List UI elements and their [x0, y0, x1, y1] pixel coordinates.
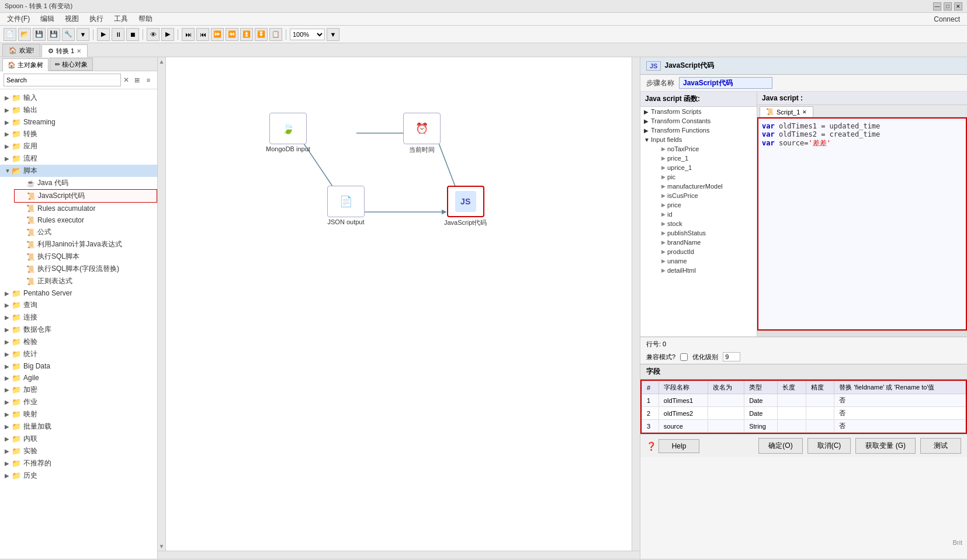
cancel-button[interactable]: 取消(C): [807, 438, 851, 454]
tree-item-task[interactable]: ▶ 📁 作业: [0, 396, 157, 408]
field-productid[interactable]: ▶ productId: [647, 247, 757, 256]
canvas-scroll-y[interactable]: [632, 57, 640, 551]
minimize-button[interactable]: —: [933, 2, 941, 11]
toolbar-open-btn[interactable]: 📂: [18, 28, 31, 41]
toolbar-step2-btn[interactable]: ⏮: [196, 28, 209, 41]
tab-transform-close[interactable]: ✕: [77, 48, 81, 54]
field-price[interactable]: ▶ price: [647, 200, 757, 210]
toolbar-save-btn[interactable]: 💾: [33, 28, 46, 41]
toolbar-pause-btn[interactable]: ⏸: [112, 28, 124, 41]
canvas-scroll-x[interactable]: [158, 551, 640, 559]
tree-item-java-code[interactable]: ☕ Java 代码: [14, 177, 157, 189]
field-iscusprice[interactable]: ▶ isCusPrice: [647, 191, 757, 200]
tree-item-sql-exec2[interactable]: 📜 执行SQL脚本(字段流替换): [14, 263, 157, 275]
step-name-input[interactable]: [679, 77, 772, 89]
tree-item-workflow[interactable]: ▶ 📁 流程: [0, 152, 157, 165]
toolbar-step5-btn[interactable]: ⏫: [240, 28, 253, 41]
left-tab-main[interactable]: 🏠 主对象树: [2, 58, 48, 71]
toolbar-step6-btn[interactable]: ⏬: [255, 28, 268, 41]
toolbar-step7-btn[interactable]: 📋: [269, 28, 282, 41]
tree-item-history[interactable]: ▶ 📁 历史: [0, 469, 157, 482]
field-notaxprice[interactable]: ▶ noTaxPrice: [647, 144, 757, 154]
mongodb-node-box[interactable]: 🍃: [269, 113, 307, 144]
canvas-node-mongodb[interactable]: 🍃 MongoDB input: [266, 113, 310, 152]
search-expand-icon[interactable]: ⊞: [131, 75, 142, 85]
scroll-down-arrow[interactable]: ▼: [159, 543, 165, 549]
tree-item-validate[interactable]: ▶ 📁 检验: [0, 336, 157, 348]
tab-welcome[interactable]: 🏠 欢迎!: [2, 44, 40, 57]
code-scrollbar-x[interactable]: [757, 331, 967, 336]
tree-item-bigdata[interactable]: ▶ 📁 Big Data: [0, 360, 157, 372]
tree-item-agile[interactable]: ▶ 📁 Agile: [0, 372, 157, 384]
jscode-node-box[interactable]: JS: [447, 186, 484, 217]
field-uprice1[interactable]: ▶ uprice_1: [647, 163, 757, 172]
tree-item-warehouse[interactable]: ▶ 📁 数据仓库: [0, 324, 157, 336]
menu-view[interactable]: 视图: [60, 13, 84, 25]
tree-item-exp[interactable]: ▶ 📁 实验: [0, 445, 157, 457]
left-tab-core[interactable]: ✏ 核心对象: [50, 58, 93, 71]
tree-item-query[interactable]: ▶ 📁 查询: [0, 299, 157, 311]
tree-item-rules-exec[interactable]: 📜 Rules executor: [14, 214, 157, 226]
get-vars-button[interactable]: 获取变量 (G): [855, 438, 916, 454]
tree-item-script[interactable]: ▼ 📂 脚本: [0, 165, 157, 177]
tree-item-encrypt[interactable]: ▶ 📁 加密: [0, 384, 157, 396]
canvas-node-currenttime[interactable]: ⏰ 当前时间: [403, 113, 441, 154]
tree-item-deprecated[interactable]: ▶ 📁 不推荐的: [0, 457, 157, 469]
tree-item-batch[interactable]: ▶ 📁 批量加载: [0, 420, 157, 433]
code-editor[interactable]: var oldTimes1 = updated_time var oldTime…: [757, 117, 967, 331]
script-tree-input-fields[interactable]: ▼ Input fields: [640, 135, 757, 144]
search-collapse-icon[interactable]: ≡: [143, 75, 154, 85]
tree-item-inline[interactable]: ▶ 📁 内联: [0, 433, 157, 445]
field-mfmodel[interactable]: ▶ manufacturerModel: [647, 182, 757, 191]
menu-tools[interactable]: 工具: [109, 13, 133, 25]
canvas-area[interactable]: 🍃 MongoDB input ⏰ 当前时间 📄 JSON output: [158, 57, 640, 559]
scroll-up-arrow[interactable]: ▲: [159, 58, 165, 65]
toolbar-step3-btn[interactable]: ⏩: [211, 28, 224, 41]
help-button[interactable]: Help: [658, 439, 699, 453]
jsonoutput-node-box[interactable]: 📄: [327, 186, 365, 217]
toolbar-saveas-btn[interactable]: 💾: [47, 28, 60, 41]
close-button[interactable]: ✕: [954, 2, 962, 11]
maximize-button[interactable]: □: [944, 2, 952, 11]
tab-transform[interactable]: ⚙ 转换 1 ✕: [41, 44, 88, 57]
field-pic[interactable]: ▶ pic: [647, 172, 757, 182]
toolbar-step4-btn[interactable]: ⏪: [226, 28, 238, 41]
script-tab-1[interactable]: 📜 Script_1 ✕: [760, 106, 813, 117]
tree-item-mapping[interactable]: ▶ 📁 映射: [0, 408, 157, 420]
search-clear-icon[interactable]: ✕: [123, 76, 129, 84]
field-brandname[interactable]: ▶ brandName: [647, 238, 757, 247]
menu-file[interactable]: 文件(F): [2, 13, 34, 25]
tree-item-output[interactable]: ▶ 📁 输出: [0, 104, 157, 116]
tree-item-formula[interactable]: 📜 公式: [14, 226, 157, 238]
canvas-node-jsonoutput[interactable]: 📄 JSON output: [327, 186, 365, 225]
confirm-button[interactable]: 确定(O): [758, 438, 802, 454]
tree-item-rules-acc[interactable]: 📜 Rules accumulator: [14, 203, 157, 214]
compat-mode-checkbox[interactable]: [680, 353, 688, 361]
tree-item-input[interactable]: ▶ 📁 输入: [0, 92, 157, 104]
field-id[interactable]: ▶ id: [647, 210, 757, 219]
menu-edit[interactable]: 编辑: [36, 13, 59, 25]
field-publishstatus[interactable]: ▶ publishStatus: [647, 228, 757, 238]
tree-item-stats[interactable]: ▶ 📁 统计: [0, 348, 157, 360]
search-input[interactable]: [4, 74, 121, 86]
toolbar-stop-btn[interactable]: ⏹: [126, 28, 139, 41]
toolbar-zoom-dropdown[interactable]: ▼: [327, 28, 339, 41]
currenttime-node-box[interactable]: ⏰: [403, 113, 441, 144]
toolbar-btn5[interactable]: 🔧: [62, 28, 75, 41]
script-tab-close[interactable]: ✕: [802, 109, 807, 115]
tree-item-regex[interactable]: 📜 正则表达式: [14, 275, 157, 287]
optimize-level-input[interactable]: [723, 352, 740, 361]
toolbar-step1-btn[interactable]: ⏭: [182, 28, 195, 41]
toolbar-run2-btn[interactable]: ▶: [161, 28, 174, 41]
tree-item-transform[interactable]: ▶ 📁 转换: [0, 128, 157, 140]
menu-help[interactable]: 帮助: [134, 13, 157, 25]
toolbar-run-btn[interactable]: ▶: [97, 28, 110, 41]
zoom-select[interactable]: 100% 75% 50% 150%: [290, 29, 325, 40]
tree-item-js-code[interactable]: 📜 JavaScript代码: [14, 189, 157, 203]
script-tree-transform-functions[interactable]: ▶ Transform Functions: [640, 126, 757, 135]
test-button[interactable]: 测试: [920, 438, 961, 454]
tree-item-app[interactable]: ▶ 📁 应用: [0, 140, 157, 152]
tree-item-pentaho[interactable]: ▶ 📁 Pentaho Server: [0, 287, 157, 299]
field-uname[interactable]: ▶ uname: [647, 256, 757, 266]
toolbar-preview-btn[interactable]: 👁: [147, 28, 160, 41]
